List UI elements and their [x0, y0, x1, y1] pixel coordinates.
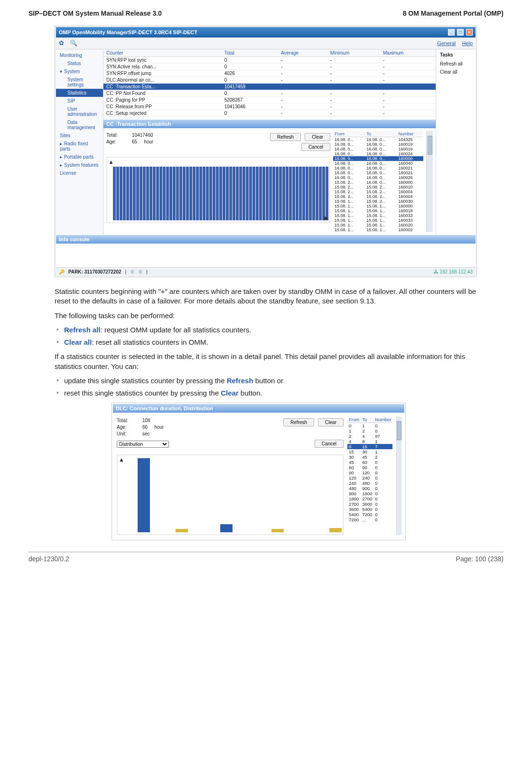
age2-label: Age: [117, 424, 136, 430]
cancel-button[interactable]: Cancel [301, 143, 330, 151]
screenshot-dlc-distribution: DLC: Connection duration, Distribution T… [112, 403, 406, 540]
bullet-refresh-all: Refresh all: request OMM update for all … [55, 325, 477, 335]
info-console-body [56, 244, 476, 267]
minimize-icon[interactable]: _ [448, 29, 455, 36]
status-icon-1: ⚙ [130, 269, 134, 274]
tasks-panel: Tasks Refresh all Clear all [436, 49, 476, 235]
gear-icon[interactable]: ✿ [59, 39, 66, 47]
detail2-title: DLC: Connection duration, Distribution [113, 404, 404, 413]
window-control-buttons: _ □ × [447, 29, 473, 36]
age-value: 65 [132, 139, 137, 144]
detail-title: CC :Transaction Establish [103, 120, 436, 128]
scrollbar[interactable] [426, 131, 433, 232]
nav-system-settings[interactable]: System settings [56, 75, 103, 89]
total-value: 10417460 [132, 132, 153, 138]
detail-interval-table[interactable]: FromToNumber 16.08. 0...16.08. 0...10432… [333, 131, 423, 232]
axis-up-icon: ▲ [108, 159, 114, 165]
footer-rule [28, 552, 504, 552]
nav-tree: Monitoring Status ▾System System setting… [56, 49, 103, 235]
nav-license[interactable]: License [56, 169, 103, 177]
axis-right-icon: ▶ [324, 215, 328, 221]
nav-status[interactable]: Status [56, 59, 103, 67]
page-header: SIP–DECT OM System Manual Release 3.0 8 … [28, 9, 504, 17]
maximize-icon[interactable]: □ [457, 29, 464, 36]
age2-unit: hour [154, 424, 164, 430]
scrollbar2[interactable] [396, 416, 401, 535]
main-panel: CounterTotalAverageMinimumMaximum SYN:RF… [103, 49, 436, 235]
window-title: OMP OpenMobility ManagerSIP-DECT 3.0RC4 … [59, 29, 197, 35]
status-sep-1: | [125, 269, 127, 274]
total2-label: Total: [117, 418, 136, 423]
nav-data-mgmt[interactable]: Data management [56, 118, 103, 132]
total2-value: 108 [142, 418, 150, 423]
nav-portable[interactable]: ▸Portable parts [56, 153, 103, 161]
nav-sys-features[interactable]: ▸System features [56, 161, 103, 169]
distribution-select[interactable]: Distribution [117, 441, 169, 448]
header-left: SIP–DECT OM System Manual Release 3.0 [28, 9, 162, 17]
status-icon-2: ⚙ [138, 269, 142, 274]
paragraph-2: The following tasks can be performed: [55, 311, 477, 321]
age2-value: 66 [142, 424, 148, 430]
age-label: Age: [106, 139, 125, 144]
screenshot-omp-statistics: OMP OpenMobility ManagerSIP-DECT 3.0RC4 … [55, 26, 477, 277]
detail-chart: ▲ ▶ [106, 157, 330, 223]
ip-address: 192.168.112.43 [439, 269, 473, 274]
key-icon: 🔑 [59, 269, 65, 274]
network-icon: 🖧 [434, 269, 439, 274]
bullet-update: update this single statistics counter by… [55, 376, 477, 386]
task-clear-all[interactable]: Clear all [440, 69, 472, 75]
link-help[interactable]: Help [462, 40, 473, 46]
distribution-chart: ▲ ▶ [117, 454, 344, 535]
age-unit: hour [144, 139, 153, 144]
status-bar: 🔑 PARK: 31170307272202 | ⚙ ⚙ | 🖧 192.168… [56, 267, 476, 276]
nav-sites[interactable]: Sites [56, 132, 103, 140]
clear2-button[interactable]: Clear [318, 418, 344, 426]
tasks-heading: Tasks [440, 52, 472, 57]
page-footer: depl-1230/0.2 Page: 100 (238) [28, 555, 504, 563]
axis2-up-icon: ▲ [119, 456, 124, 463]
status-sep-2: | [146, 269, 148, 274]
park-label: PARK: [68, 269, 83, 274]
close-icon[interactable]: × [466, 29, 473, 36]
unit2-value: sec [142, 431, 150, 436]
nav-sip[interactable]: SIP [56, 97, 103, 105]
nav-user-admin[interactable]: User administration [56, 105, 103, 118]
nav-system[interactable]: ▾System [56, 67, 103, 75]
clear-button[interactable]: Clear [305, 133, 330, 141]
paragraph-3: If a statistics counter is selected in t… [55, 352, 477, 371]
toolbar: ✿ 🔍 General Help [56, 38, 476, 49]
stats-table[interactable]: CounterTotalAverageMinimumMaximum SYN:RF… [103, 49, 436, 117]
total-label: Total: [106, 132, 125, 138]
footer-left: depl-1230/0.2 [28, 555, 69, 563]
nav-radio-fixed[interactable]: ▸Radio fixed parts [56, 140, 103, 153]
park-value: 31170307272202 [84, 269, 121, 274]
bullet-clear-all: Clear all: reset all statistics counters… [55, 338, 477, 347]
body-text: Statistic counters beginning with "+" ar… [55, 287, 477, 540]
info-console-header: Info console [56, 235, 476, 244]
header-right: 8 OM Management Portal (OMP) [403, 9, 504, 17]
nav-statistics[interactable]: Statistics [56, 89, 103, 97]
window-titlebar: OMP OpenMobility ManagerSIP-DECT 3.0RC4 … [56, 27, 476, 38]
refresh-button[interactable]: Refresh [270, 133, 301, 141]
bullet-reset: reset this single statistics counter by … [55, 388, 477, 398]
distribution-table[interactable]: FromToNumber 010120249748181571530130452… [347, 416, 392, 522]
refresh2-button[interactable]: Refresh [283, 418, 314, 426]
unit2-label: Unit: [117, 431, 136, 436]
search-icon[interactable]: 🔍 [70, 39, 77, 47]
task-refresh-all[interactable]: Refresh all [440, 61, 472, 66]
nav-monitoring[interactable]: Monitoring [56, 51, 103, 59]
footer-right: Page: 100 (238) [456, 555, 504, 563]
link-general[interactable]: General [437, 40, 456, 46]
paragraph-1: Statistic counters beginning with "+" ar… [55, 287, 477, 306]
cancel2-button[interactable]: Cancel [315, 440, 344, 448]
